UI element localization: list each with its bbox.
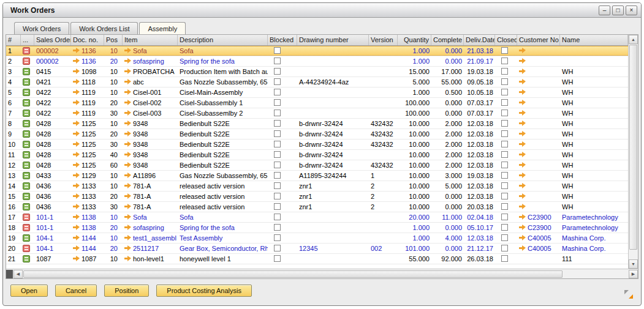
link-arrow-icon[interactable] xyxy=(124,162,132,168)
blocked-checkbox[interactable] xyxy=(274,214,281,220)
link-arrow-icon[interactable] xyxy=(519,110,526,116)
table-row[interactable]: 70422111930Cisel-003Cisel-Subassemlby 21… xyxy=(6,108,628,119)
link-arrow-icon[interactable] xyxy=(73,256,80,261)
position-button[interactable]: Position xyxy=(104,285,149,297)
link-arrow-icon[interactable] xyxy=(519,58,526,64)
maximize-icon[interactable]: □ xyxy=(612,6,624,15)
link-arrow-icon[interactable] xyxy=(124,193,132,199)
table-row[interactable]: 1204281125609348Bedienbult S22Eb-drwnr-3… xyxy=(6,160,628,171)
closed-checkbox[interactable] xyxy=(501,193,508,199)
table-row[interactable]: 140436113310781-Areleased activ versionz… xyxy=(6,181,628,192)
table-row[interactable]: 2000002113620sofaspringSpring for the so… xyxy=(6,56,628,67)
table-row[interactable]: 804281125109348Bedienbult S22Eb-drwnr-32… xyxy=(6,119,628,129)
tab-work-orders[interactable]: Work Orders xyxy=(14,22,69,34)
vertical-scrollbar[interactable]: ▲ ▼ xyxy=(628,35,638,269)
link-arrow-icon[interactable] xyxy=(124,225,132,230)
blocked-checkbox[interactable] xyxy=(274,151,281,158)
blocked-checkbox[interactable] xyxy=(274,203,281,210)
tab-assembly[interactable]: Assembly xyxy=(139,22,186,34)
closed-checkbox[interactable] xyxy=(501,151,508,158)
link-arrow-icon[interactable] xyxy=(519,152,526,157)
table-row[interactable]: 50422111910Cisel-001Cisel-Main-Assembly1… xyxy=(6,87,628,98)
minimize-icon[interactable]: – xyxy=(599,6,610,15)
link-arrow-icon[interactable] xyxy=(519,162,526,168)
column-header[interactable]: Pos xyxy=(104,35,123,45)
link-arrow-icon[interactable] xyxy=(124,79,132,84)
link-arrow-icon[interactable] xyxy=(519,131,526,136)
blocked-checkbox[interactable] xyxy=(274,234,281,241)
blocked-checkbox[interactable] xyxy=(274,120,281,127)
link-arrow-icon[interactable] xyxy=(73,214,80,220)
blocked-checkbox[interactable] xyxy=(274,58,281,64)
link-arrow-icon[interactable] xyxy=(73,235,80,240)
table-row[interactable]: 60422111920Cisel-002Cisel-Subassembly 11… xyxy=(6,98,628,108)
link-arrow-icon[interactable] xyxy=(519,121,526,126)
link-arrow-icon[interactable] xyxy=(124,131,132,136)
expand-grid-icon[interactable] xyxy=(624,290,633,299)
link-arrow-icon[interactable] xyxy=(519,183,526,188)
table-row[interactable]: 1104281125409348Bedienbult S22Eb-drwnr-3… xyxy=(6,150,628,160)
tab-work-orders-list[interactable]: Work Orders List xyxy=(70,22,138,34)
link-arrow-icon[interactable] xyxy=(124,48,132,53)
column-header[interactable]: Deliv.Date xyxy=(464,35,495,45)
link-arrow-icon[interactable] xyxy=(124,100,132,105)
column-header[interactable]: Complete xyxy=(431,35,464,45)
column-header[interactable]: Blocked xyxy=(268,35,297,45)
table-row[interactable]: 17101-1113810SofaSofa20.00011.00002.04.1… xyxy=(6,212,628,223)
link-arrow-icon[interactable] xyxy=(73,58,80,64)
link-arrow-icon[interactable] xyxy=(73,225,80,230)
blocked-checkbox[interactable] xyxy=(274,245,281,251)
link-arrow-icon[interactable] xyxy=(124,183,132,188)
column-header[interactable]: Quantity xyxy=(398,35,431,45)
column-header[interactable]: Name xyxy=(560,35,628,45)
link-arrow-icon[interactable] xyxy=(73,173,80,178)
link-arrow-icon[interactable] xyxy=(124,235,132,240)
link-arrow-icon[interactable] xyxy=(73,48,80,53)
horizontal-scroll-track[interactable] xyxy=(563,270,629,278)
table-row[interactable]: 1004281125309348Bedienbult S22Eb-drwnr-3… xyxy=(6,140,628,150)
table-row[interactable]: 40421111810abcGas Nozzle Subassembly, 65… xyxy=(6,77,628,87)
blocked-checkbox[interactable] xyxy=(274,68,281,75)
link-arrow-icon[interactable] xyxy=(519,48,526,53)
column-header[interactable]: Description xyxy=(178,35,268,45)
link-arrow-icon[interactable] xyxy=(73,69,80,74)
link-arrow-icon[interactable] xyxy=(519,214,526,220)
closed-checkbox[interactable] xyxy=(501,99,508,106)
closed-checkbox[interactable] xyxy=(501,224,508,231)
closed-checkbox[interactable] xyxy=(501,245,508,251)
vertical-scroll-thumb[interactable] xyxy=(629,45,637,250)
table-row[interactable]: 150436113320781-Areleased activ versionz… xyxy=(6,192,628,202)
table-row[interactable]: 211087108710hon-level1honeywell level 15… xyxy=(6,254,628,264)
closed-checkbox[interactable] xyxy=(501,110,508,116)
cancel-button[interactable]: Cancel xyxy=(55,285,97,297)
column-header[interactable]: Doc. no. xyxy=(71,35,104,45)
link-arrow-icon[interactable] xyxy=(519,100,526,105)
link-arrow-icon[interactable] xyxy=(124,245,132,251)
link-arrow-icon[interactable] xyxy=(124,89,132,95)
blocked-checkbox[interactable] xyxy=(274,141,281,147)
closed-checkbox[interactable] xyxy=(501,182,508,189)
blocked-checkbox[interactable] xyxy=(274,99,281,106)
closed-checkbox[interactable] xyxy=(501,162,508,168)
link-arrow-icon[interactable] xyxy=(124,173,132,178)
blocked-checkbox[interactable] xyxy=(274,182,281,189)
link-arrow-icon[interactable] xyxy=(73,100,80,105)
link-arrow-icon[interactable] xyxy=(124,58,132,64)
scroll-down-icon[interactable]: ▼ xyxy=(629,259,638,269)
link-arrow-icon[interactable] xyxy=(124,69,132,74)
blocked-checkbox[interactable] xyxy=(274,89,281,95)
link-arrow-icon[interactable] xyxy=(519,204,526,209)
table-row[interactable]: 1000002113610SofaSofa1.0000.00021.03.18 xyxy=(6,46,628,56)
column-header[interactable]: Item xyxy=(123,35,178,45)
closed-checkbox[interactable] xyxy=(501,58,508,64)
blocked-checkbox[interactable] xyxy=(274,130,281,137)
link-arrow-icon[interactable] xyxy=(519,79,526,84)
closed-checkbox[interactable] xyxy=(501,130,508,137)
link-arrow-icon[interactable] xyxy=(519,235,526,240)
closed-checkbox[interactable] xyxy=(501,203,508,210)
horizontal-scrollbar[interactable]: ◀ ▶ xyxy=(6,269,638,278)
blocked-checkbox[interactable] xyxy=(274,78,281,85)
close-icon[interactable]: × xyxy=(626,6,637,15)
link-arrow-icon[interactable] xyxy=(73,79,80,84)
link-arrow-icon[interactable] xyxy=(124,204,132,209)
